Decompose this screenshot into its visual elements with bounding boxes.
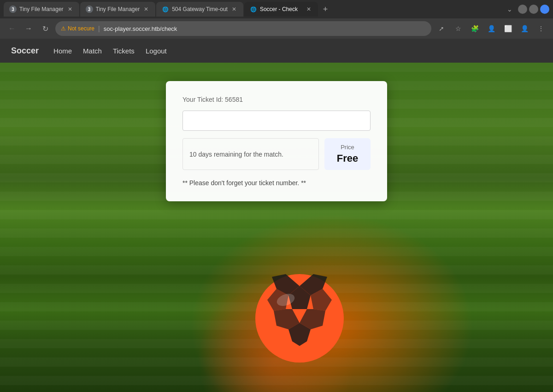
bookmark-button[interactable]: ☆ <box>452 22 465 35</box>
ticket-card: Your Ticket Id: 56581 10 days remaining … <box>166 81 387 201</box>
ticket-info-row: 10 days remaining for the match. Price F… <box>182 138 371 170</box>
menu-button[interactable]: ⋮ <box>535 22 547 35</box>
tab-favicon-4: 🌐 <box>250 6 257 13</box>
security-label: Not secure <box>68 25 94 32</box>
tab-close-4[interactable]: ✕ <box>305 6 312 13</box>
site-navbar: Soccer Home Match Tickets Logout <box>0 39 553 63</box>
tab-bar-dropdown[interactable]: ⌄ <box>503 3 516 16</box>
price-label: Price <box>341 144 354 151</box>
site-brand: Soccer <box>11 46 39 56</box>
hero-section: Your Ticket Id: 56581 10 days remaining … <box>0 63 553 392</box>
profile-avatar-button[interactable]: 👤 <box>485 22 498 35</box>
warning-icon: ⚠ <box>61 25 66 32</box>
tab-soccer-check[interactable]: 🌐 Soccer - Check ✕ <box>244 2 318 17</box>
nav-home[interactable]: Home <box>53 47 72 55</box>
url-path: /check <box>160 25 177 32</box>
tab-close-2[interactable]: ✕ <box>142 6 150 13</box>
new-tab-button[interactable]: + <box>319 3 332 16</box>
tab-label-2: Tiny File Manager <box>96 6 140 12</box>
tab-504-gateway[interactable]: 🌐 504 Gateway Time-out ✕ <box>156 2 243 17</box>
price-value: Free <box>337 152 358 164</box>
back-button[interactable]: ← <box>6 22 18 35</box>
url-display: soc-player.soccer.htb/check <box>104 25 177 32</box>
soccer-ball <box>253 272 346 364</box>
circle-btn-2 <box>529 5 538 14</box>
reload-button[interactable]: ↻ <box>39 22 52 35</box>
tab-favicon-1: 3 <box>9 6 17 13</box>
url-separator: | <box>98 25 100 32</box>
tab-tiny-file-manager-1[interactable]: 3 Tiny File Manager ✕ <box>4 2 79 17</box>
ticket-input[interactable] <box>182 111 371 131</box>
price-box: Price Free <box>324 138 371 170</box>
address-bar-actions: ➚ ☆ 🧩 👤 ⬜ 👤 ⋮ <box>435 22 547 35</box>
nav-match[interactable]: Match <box>83 47 102 55</box>
tab-bar-right: ⌄ <box>503 3 549 16</box>
profile-btn[interactable] <box>540 5 549 14</box>
days-remaining-text: 10 days remaining for the match. <box>182 138 319 170</box>
fullscreen-button[interactable]: ⬜ <box>501 22 514 35</box>
nav-logout[interactable]: Logout <box>146 47 167 55</box>
tab-close-1[interactable]: ✕ <box>66 6 74 13</box>
tab-favicon-3: 🌐 <box>162 6 169 13</box>
site-nav-links: Home Match Tickets Logout <box>53 47 167 55</box>
tab-tiny-file-manager-2[interactable]: 3 Tiny File Manager ✕ <box>80 2 156 17</box>
reminder-text: ** Please don't forget your ticket numbe… <box>182 179 371 187</box>
ticket-id-label: Your Ticket Id: 56581 <box>182 96 371 103</box>
url-bar[interactable]: ⚠ Not secure | soc-player.soccer.htb/che… <box>55 21 431 36</box>
forward-button[interactable]: → <box>22 22 35 35</box>
tab-label-4: Soccer - Check <box>260 6 302 12</box>
tab-label-3: 504 Gateway Time-out <box>172 6 228 12</box>
tab-favicon-2: 3 <box>86 6 93 13</box>
security-info: ⚠ Not secure <box>61 25 94 32</box>
share-button[interactable]: ➚ <box>435 22 448 35</box>
address-bar: ← → ↻ ⚠ Not secure | soc-player.soccer.h… <box>0 18 553 39</box>
account-button[interactable]: 👤 <box>518 22 531 35</box>
extensions-button[interactable]: 🧩 <box>468 22 481 35</box>
tab-close-3[interactable]: ✕ <box>230 6 238 13</box>
circle-btn-1 <box>518 5 527 14</box>
tab-bar: 3 Tiny File Manager ✕ 3 Tiny File Manage… <box>0 0 553 18</box>
browser-chrome: 3 Tiny File Manager ✕ 3 Tiny File Manage… <box>0 0 553 39</box>
tab-label-1: Tiny File Manager <box>19 6 64 12</box>
url-host: soc-player.soccer.htb <box>104 25 160 32</box>
nav-tickets[interactable]: Tickets <box>113 47 135 55</box>
